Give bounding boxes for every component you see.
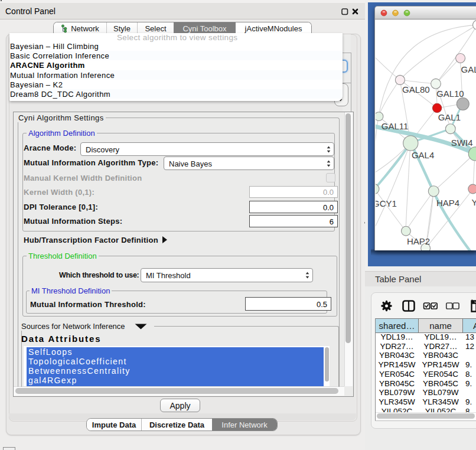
svg-text:GAL10: GAL10 bbox=[436, 89, 464, 99]
svg-text:HAP4: HAP4 bbox=[436, 198, 459, 208]
svg-text:Y: Y bbox=[472, 197, 476, 207]
svg-text:HAP2: HAP2 bbox=[407, 236, 430, 246]
svg-text:GAL11: GAL11 bbox=[382, 121, 409, 131]
svg-text:SWI4: SWI4 bbox=[451, 138, 473, 148]
svg-text:GAL4: GAL4 bbox=[412, 150, 434, 160]
svg-text:GCY1: GCY1 bbox=[376, 198, 397, 208]
svg-text:GAL7: GAL7 bbox=[461, 64, 476, 74]
svg-text:GAL80: GAL80 bbox=[402, 84, 430, 94]
svg-text:GAL1: GAL1 bbox=[438, 112, 461, 122]
